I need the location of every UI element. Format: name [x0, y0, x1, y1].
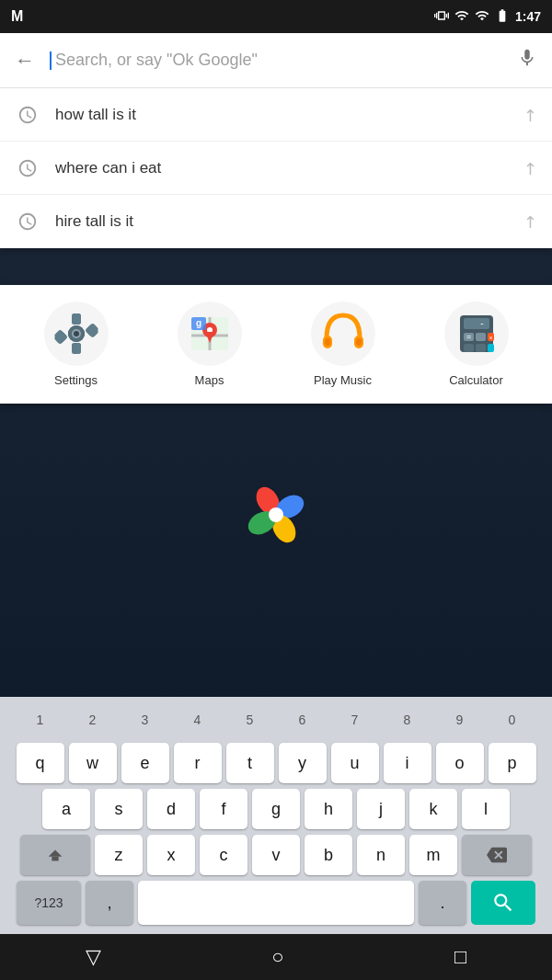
keyboard: 1 2 3 4 5 6 7 8 9 0 q w e r t y u i o p …: [0, 697, 552, 934]
key-s[interactable]: s: [95, 789, 143, 829]
key-shift[interactable]: [20, 835, 90, 875]
svg-rect-43: [488, 344, 494, 352]
svg-point-4: [269, 507, 283, 522]
key-i[interactable]: i: [384, 743, 431, 783]
key-f[interactable]: f: [200, 789, 247, 829]
svg-rect-41: [476, 344, 486, 352]
m-notification-icon: M: [11, 8, 23, 25]
key-0[interactable]: 0: [489, 702, 536, 737]
key-period[interactable]: .: [419, 881, 466, 925]
clock-icon-3: [15, 209, 40, 234]
svg-text:-: -: [480, 318, 483, 328]
key-123[interactable]: ?123: [17, 881, 81, 925]
key-5[interactable]: 5: [226, 702, 274, 737]
photos-logo-icon: [239, 478, 313, 552]
key-q[interactable]: q: [17, 743, 64, 783]
maps-app-label: Maps: [195, 373, 224, 387]
key-e[interactable]: e: [121, 743, 169, 783]
app-item-calculator[interactable]: - × + = Calculator: [440, 302, 513, 387]
app-item-settings[interactable]: Settings: [40, 302, 113, 387]
svg-point-27: [311, 302, 375, 366]
clock-icon-1: [15, 102, 40, 128]
settings-app-label: Settings: [54, 373, 98, 387]
search-bar: ← Search, or say "Ok Google": [0, 33, 552, 88]
key-k[interactable]: k: [409, 789, 457, 829]
key-l[interactable]: l: [462, 789, 510, 829]
mic-icon[interactable]: [517, 48, 537, 74]
apps-panel: Settings g: [0, 285, 552, 404]
svg-rect-45: [52, 857, 58, 861]
key-1[interactable]: 1: [17, 702, 64, 737]
cursor: [50, 51, 52, 70]
calculator-app-icon: - × + =: [444, 302, 509, 366]
status-bar-left: M: [11, 8, 23, 25]
maps-app-icon: g: [178, 302, 242, 366]
key-9[interactable]: 9: [436, 702, 484, 737]
photos-logo-area: [0, 460, 552, 570]
signal-icon: [475, 8, 489, 26]
nav-home-button[interactable]: ○: [271, 945, 283, 969]
key-space[interactable]: [138, 881, 414, 925]
settings-app-icon: [44, 302, 109, 366]
key-j[interactable]: j: [357, 789, 405, 829]
status-bar-right: 1:47: [434, 8, 541, 26]
music-app-icon: [311, 302, 375, 366]
keyboard-asdf-row: a s d f g h j k l: [0, 789, 552, 829]
key-d[interactable]: d: [147, 789, 195, 829]
keyboard-qwerty-row: q w e r t y u i o p: [0, 743, 552, 783]
key-comma[interactable]: ,: [86, 881, 133, 925]
vibrate-icon: [434, 8, 449, 26]
status-time: 1:47: [515, 9, 541, 24]
key-b[interactable]: b: [305, 835, 352, 875]
battery-icon: [495, 8, 510, 26]
svg-rect-34: [464, 318, 489, 329]
key-o[interactable]: o: [436, 743, 484, 783]
key-z[interactable]: z: [95, 835, 143, 875]
svg-rect-9: [72, 343, 81, 354]
key-u[interactable]: u: [331, 743, 379, 783]
wifi-icon: [454, 8, 469, 26]
key-backspace[interactable]: [462, 835, 532, 875]
key-y[interactable]: y: [279, 743, 327, 783]
key-8[interactable]: 8: [384, 702, 431, 737]
svg-rect-30: [325, 338, 330, 346]
app-item-music[interactable]: Play Music: [306, 302, 380, 387]
key-h[interactable]: h: [305, 789, 352, 829]
key-x[interactable]: x: [147, 835, 195, 875]
search-input-area[interactable]: Search, or say "Ok Google": [50, 51, 517, 70]
key-2[interactable]: 2: [69, 702, 117, 737]
music-app-label: Play Music: [314, 373, 372, 387]
key-a[interactable]: a: [42, 789, 90, 829]
key-3[interactable]: 3: [121, 702, 169, 737]
key-7[interactable]: 7: [331, 702, 379, 737]
back-button[interactable]: ←: [15, 49, 35, 73]
clock-icon-2: [15, 155, 40, 181]
key-w[interactable]: w: [69, 743, 117, 783]
key-6[interactable]: 6: [279, 702, 327, 737]
app-item-maps[interactable]: g Maps: [173, 302, 247, 387]
key-search-button[interactable]: [471, 881, 535, 925]
key-c[interactable]: c: [200, 835, 247, 875]
suggestion-text-1: how tall is it: [55, 106, 523, 124]
key-p[interactable]: p: [489, 743, 536, 783]
suggestion-text-2: where can i eat: [55, 159, 523, 177]
key-t[interactable]: t: [226, 743, 274, 783]
suggestion-item[interactable]: how tall is it ↗: [0, 88, 552, 142]
suggestion-text-3: hire tall is it: [55, 212, 523, 231]
nav-back-button[interactable]: ▽: [86, 945, 101, 969]
svg-point-17: [74, 331, 79, 336]
suggestion-item-2[interactable]: where can i eat ↗: [0, 142, 552, 195]
suggestion-item-3[interactable]: hire tall is it ↗: [0, 195, 552, 248]
svg-text:×: ×: [489, 335, 492, 341]
nav-recents-button[interactable]: □: [454, 945, 466, 969]
calculator-app-label: Calculator: [449, 373, 503, 387]
svg-rect-37: [476, 333, 486, 341]
key-4[interactable]: 4: [174, 702, 222, 737]
key-v[interactable]: v: [252, 835, 300, 875]
key-m[interactable]: m: [409, 835, 457, 875]
svg-rect-40: [464, 344, 474, 352]
key-r[interactable]: r: [174, 743, 222, 783]
nav-bar: ▽ ○ □: [0, 934, 552, 980]
key-g[interactable]: g: [252, 789, 300, 829]
key-n[interactable]: n: [357, 835, 405, 875]
